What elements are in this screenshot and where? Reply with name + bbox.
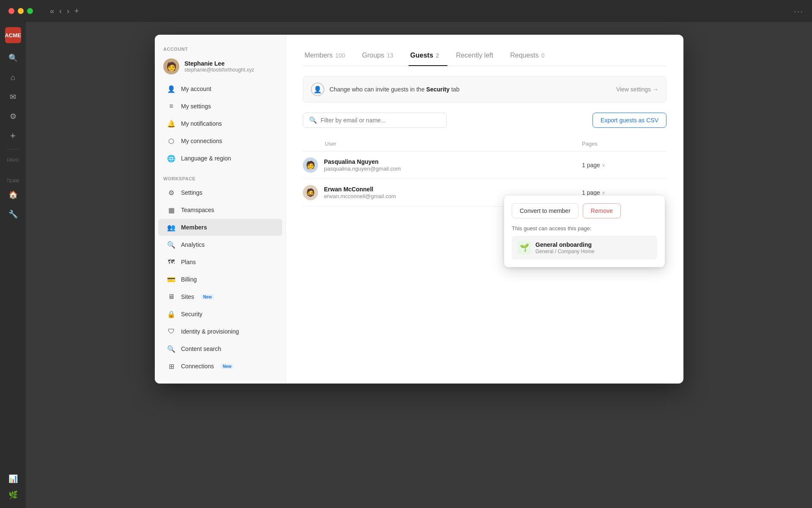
view-settings-link[interactable]: View settings → [616,86,658,93]
page-title: General onboarding [535,241,594,248]
guest-2-pages[interactable]: 1 page ∨ [582,189,667,196]
language-region-label: Language & region [181,155,231,162]
back-icon[interactable]: ‹ [59,7,62,16]
content-search-icon: 🔍 [167,344,176,353]
teamspaces-label: Teamspaces [181,207,214,213]
page-info: General onboarding General / Company Hom… [535,241,594,254]
guest-2-pages-count: 1 page [582,189,600,196]
team-home-icon[interactable]: 🏠 [5,187,21,203]
tabs: Members 100 Groups 13 Guests 2 Recently … [303,47,667,66]
titlebar: « ‹ › + ··· [0,0,812,22]
convert-to-member-button[interactable]: Convert to member [512,203,579,218]
search-input-icon: 🔍 [309,116,317,124]
maximize-button[interactable] [27,8,33,14]
banner-icon: 👤 [311,83,324,96]
tab-recently-left-label: Recently left [456,52,493,59]
content-search-label: Content search [181,345,221,352]
guest-2-avatar: 🧔 [303,185,318,200]
my-settings-icon: ≡ [167,102,176,111]
page-access-item[interactable]: 🌱 General onboarding General / Company H… [512,236,657,260]
nav-plans[interactable]: 🗺 Plans [158,254,282,271]
tab-requests[interactable]: Requests 0 [508,47,553,66]
security-label: Security [181,311,203,318]
sidebar-home-icon[interactable]: ⌂ [5,69,21,86]
nav-sites[interactable]: 🖥 Sites New [158,288,282,305]
user-column-header: User [303,141,582,147]
guest-2-name: Erwan McConnell [324,186,582,193]
identity-icon: 🛡 [167,327,176,336]
close-button[interactable] [8,8,14,14]
guest-2-chevron-icon: ∨ [602,190,605,196]
nav-my-account[interactable]: 👤 My account [158,80,282,97]
nav-teamspaces[interactable]: ▦ Teamspaces [158,202,282,218]
tab-guests[interactable]: Guests 2 [409,47,447,66]
favorites-label: Favo [7,158,19,163]
more-menu-icon[interactable]: ··· [794,6,804,16]
table-header: User Pages [303,138,667,152]
user-profile: 🧑 Stephanie Lee stephanie@toolsforthough… [155,54,285,79]
billing-label: Billing [181,276,197,283]
collapse-icon[interactable]: « [50,7,54,16]
account-section-title: Account [155,43,285,54]
nav-members[interactable]: 👥 Members [158,219,282,236]
tab-groups-label: Groups [362,52,384,59]
teamspaces-icon: ▦ [167,205,176,215]
nav-settings[interactable]: ⚙ Settings [158,184,282,201]
banner-left: 👤 Change who can invite guests in the Se… [311,83,459,96]
my-connections-icon: ⬡ [167,136,176,146]
tab-groups[interactable]: Groups 13 [360,47,402,66]
modal-panel: Account 🧑 Stephanie Lee stephanie@toolsf… [155,35,683,384]
search-box[interactable]: 🔍 [303,113,447,128]
sidebar-settings-icon[interactable]: ⚙ [5,108,21,124]
my-connections-label: My connections [181,138,222,144]
popup-actions: Convert to member Remove [512,203,657,218]
nav-analytics[interactable]: 🔍 Analytics [158,236,282,253]
guest-1-info: Pasqualina Nguyen pasqualina.nguyen@gmai… [324,158,582,172]
add-tab-icon[interactable]: + [74,7,79,16]
members-icon: 👥 [167,223,176,232]
nav-content-search[interactable]: 🔍 Content search [158,340,282,357]
guest-1-email: pasqualina.nguyen@gmail.com [324,166,582,172]
forward-icon[interactable]: › [67,7,69,16]
nav-security[interactable]: 🔒 Security [158,306,282,323]
nav-my-connections[interactable]: ⬡ My connections [158,133,282,149]
nav-connections[interactable]: ⊞ Connections New [158,358,282,375]
nav-my-notifications[interactable]: 🔔 My notifications [158,115,282,132]
data-home-icon[interactable]: 🌿 [5,487,21,503]
nav-language-region[interactable]: 🌐 Language & region [158,150,282,167]
tab-requests-count: 0 [541,52,545,59]
traffic-lights [8,8,33,14]
content-area: Account 🧑 Stephanie Lee stephanie@toolsf… [26,22,812,508]
members-label: Members [181,224,207,231]
remove-button[interactable]: Remove [583,203,621,218]
sidebar-inbox-icon[interactable]: ✉ [5,89,21,105]
sidebar-add-icon[interactable]: + [5,128,21,144]
export-csv-button[interactable]: Export guests as CSV [593,113,667,128]
my-settings-label: My settings [181,103,211,110]
nav-my-settings[interactable]: ≡ My settings [158,98,282,115]
billing-icon: 💳 [167,275,176,284]
page-path: General / Company Home [535,248,594,254]
tab-recently-left[interactable]: Recently left [454,47,502,66]
my-notifications-label: My notifications [181,120,222,127]
tab-requests-label: Requests [510,52,539,59]
analytics-icon: 🔍 [167,240,176,249]
bottom-data-icon[interactable]: 📊 [5,471,21,487]
minimize-button[interactable] [18,8,24,14]
analytics-label: Analytics [181,241,205,248]
language-region-icon: 🌐 [167,154,176,163]
guest-1-pages[interactable]: 1 page ∨ [582,162,667,168]
banner-text: Change who can invite guests in the Secu… [329,86,459,93]
connections-label: Connections [181,363,214,370]
nav-billing[interactable]: 💳 Billing [158,271,282,288]
tab-members[interactable]: Members 100 [303,47,354,66]
workspace-logo[interactable]: ACME [5,27,21,43]
tab-guests-label: Guests [410,52,433,59]
sidebar-search-icon[interactable]: 🔍 [5,50,21,66]
nav-identity-provisioning[interactable]: 🛡 Identity & provisioning [158,323,282,340]
my-notifications-icon: 🔔 [167,119,176,128]
search-input[interactable] [321,117,440,124]
security-icon: 🔒 [167,309,176,319]
tools-icon[interactable]: 🔧 [5,206,21,222]
sites-label: Sites [181,293,194,300]
